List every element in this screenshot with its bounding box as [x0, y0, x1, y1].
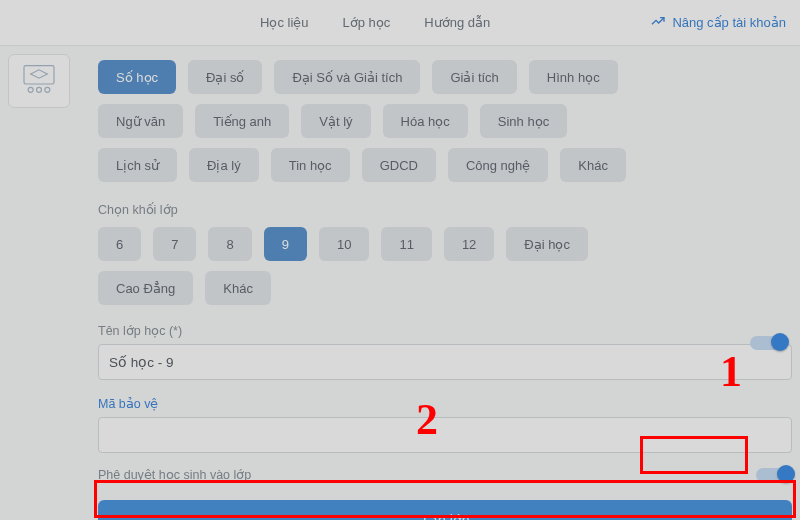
- approval-toggle[interactable]: [756, 468, 792, 482]
- upgrade-account-link[interactable]: Nâng cấp tài khoản: [650, 13, 786, 32]
- svg-point-1: [28, 87, 33, 92]
- chip-8[interactable]: 8: [208, 227, 251, 261]
- nav-materials[interactable]: Học liệu: [260, 15, 309, 30]
- chip-gdcd[interactable]: GDCD: [362, 148, 436, 182]
- chip-khác[interactable]: Khác: [205, 271, 271, 305]
- chip-12[interactable]: 12: [444, 227, 494, 261]
- chip-công-nghệ[interactable]: Công nghệ: [448, 148, 548, 182]
- chip-số-học[interactable]: Số học: [98, 60, 176, 94]
- approval-label: Phê duyệt học sinh vào lớp: [98, 467, 251, 482]
- chip-6[interactable]: 6: [98, 227, 141, 261]
- chip-đại-số[interactable]: Đại số: [188, 60, 262, 94]
- create-class-button[interactable]: Tạo lớp: [98, 500, 792, 520]
- chip-giải-tích[interactable]: Giải tích: [432, 60, 516, 94]
- chip-đại-số-và-giải-tích[interactable]: Đại Số và Giải tích: [274, 60, 420, 94]
- chip-đại-học[interactable]: Đại học: [506, 227, 588, 261]
- class-name-label: Tên lớp học (*): [98, 323, 792, 338]
- chip-sinh-học[interactable]: Sinh học: [480, 104, 567, 138]
- chip-7[interactable]: 7: [153, 227, 196, 261]
- protection-code-input[interactable]: [98, 417, 792, 453]
- upgrade-label: Nâng cấp tài khoản: [672, 15, 786, 30]
- graduation-icon: [19, 61, 59, 101]
- chip-9[interactable]: 9: [264, 227, 307, 261]
- chip-ngữ-văn[interactable]: Ngữ văn: [98, 104, 183, 138]
- protection-code-toggle[interactable]: [750, 336, 786, 350]
- svg-point-3: [45, 87, 50, 92]
- chip-cao-đẳng[interactable]: Cao Đẳng: [98, 271, 193, 305]
- svg-rect-0: [24, 66, 54, 84]
- chip-địa-lý[interactable]: Địa lý: [189, 148, 259, 182]
- protection-code-label[interactable]: Mã bảo vệ: [98, 396, 158, 411]
- chip-10[interactable]: 10: [319, 227, 369, 261]
- chip-hóa-học[interactable]: Hóa học: [383, 104, 468, 138]
- chip-11[interactable]: 11: [381, 227, 431, 261]
- trend-icon: [650, 13, 666, 32]
- chip-lịch-sử[interactable]: Lịch sử: [98, 148, 177, 182]
- chip-vật-lý[interactable]: Vật lý: [301, 104, 370, 138]
- grade-section-label: Chọn khối lớp: [98, 202, 792, 217]
- chip-tin-học[interactable]: Tin học: [271, 148, 350, 182]
- nav-classes[interactable]: Lớp học: [343, 15, 391, 30]
- chip-tiếng-anh[interactable]: Tiếng anh: [195, 104, 289, 138]
- chip-khác[interactable]: Khác: [560, 148, 626, 182]
- class-name-input[interactable]: [98, 344, 792, 380]
- chip-hình-học[interactable]: Hình học: [529, 60, 618, 94]
- nav-guide[interactable]: Hướng dẫn: [424, 15, 490, 30]
- class-illustration-card: [8, 54, 70, 108]
- svg-point-2: [37, 87, 42, 92]
